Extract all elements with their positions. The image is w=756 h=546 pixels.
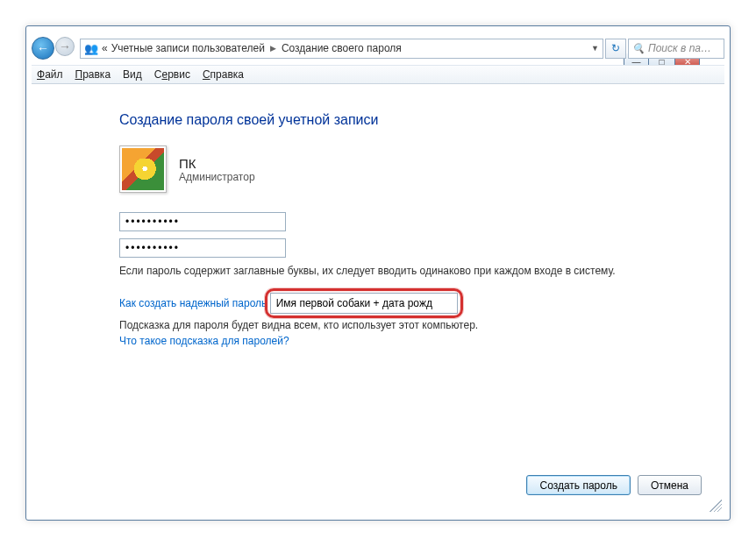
button-row: Создать пароль Отмена <box>526 475 702 495</box>
user-name: ПК <box>179 156 255 171</box>
menu-edit[interactable]: Правка <box>75 68 111 81</box>
cancel-button[interactable]: Отмена <box>638 475 702 495</box>
address-dropdown-icon[interactable]: ▼ <box>591 44 599 53</box>
user-role: Администратор <box>179 171 255 183</box>
content-area: Создание пароля своей учетной записи ПК … <box>32 86 724 514</box>
menu-bar: ФФайлайл Правка Вид Сервис Справка <box>32 65 724 84</box>
user-info: ПК Администратор <box>119 145 724 193</box>
menu-help[interactable]: Справка <box>203 68 244 81</box>
nav-buttons: ← → <box>32 37 75 60</box>
caps-note: Если пароль содержит заглавные буквы, их… <box>119 265 724 277</box>
menu-file[interactable]: ФФайлайл <box>37 68 63 81</box>
avatar-image <box>122 148 164 190</box>
breadcrumb-item-2[interactable]: Создание своего пароля <box>282 42 402 54</box>
hint-note: Подсказка для пароля будет видна всем, к… <box>119 319 724 331</box>
page-title: Создание пароля своей учетной записи <box>119 112 724 128</box>
password-field-1[interactable] <box>119 212 286 231</box>
search-placeholder: Поиск в па… <box>648 42 711 54</box>
refresh-button[interactable]: ↻ <box>605 39 626 59</box>
search-box[interactable]: 🔍 Поиск в па… <box>628 39 724 59</box>
user-meta: ПК Администратор <box>179 156 255 183</box>
window: — □ ✕ ← → 👥 « Учетные записи пользовател… <box>0 0 756 546</box>
hint-field-wrap <box>270 293 458 314</box>
strong-password-link[interactable]: Как создать надежный пароль <box>119 297 267 309</box>
avatar <box>119 145 167 193</box>
breadcrumb-sep: ▶ <box>270 44 276 53</box>
menu-view[interactable]: Вид <box>123 68 142 81</box>
password-hint-field[interactable] <box>270 293 458 314</box>
breadcrumb-item-1[interactable]: Учетные записи пользователей <box>111 42 265 54</box>
create-password-button[interactable]: Создать пароль <box>526 475 630 495</box>
menu-service[interactable]: Сервис <box>154 68 190 81</box>
password-field-2[interactable] <box>119 238 286 258</box>
user-accounts-icon: 👥 <box>84 41 98 55</box>
nav-bar: ← → 👥 « Учетные записи пользователей ▶ С… <box>32 33 724 63</box>
window-frame: — □ ✕ ← → 👥 « Учетные записи пользовател… <box>25 25 731 521</box>
search-icon: 🔍 <box>632 43 645 54</box>
breadcrumb-prefix: « <box>102 42 108 54</box>
hint-help-link[interactable]: Что такое подсказка для паролей? <box>119 335 289 347</box>
back-button[interactable]: ← <box>32 37 54 60</box>
forward-button[interactable]: → <box>55 37 75 56</box>
address-bar[interactable]: 👥 « Учетные записи пользователей ▶ Созда… <box>80 39 603 59</box>
resize-grip[interactable] <box>710 500 722 512</box>
